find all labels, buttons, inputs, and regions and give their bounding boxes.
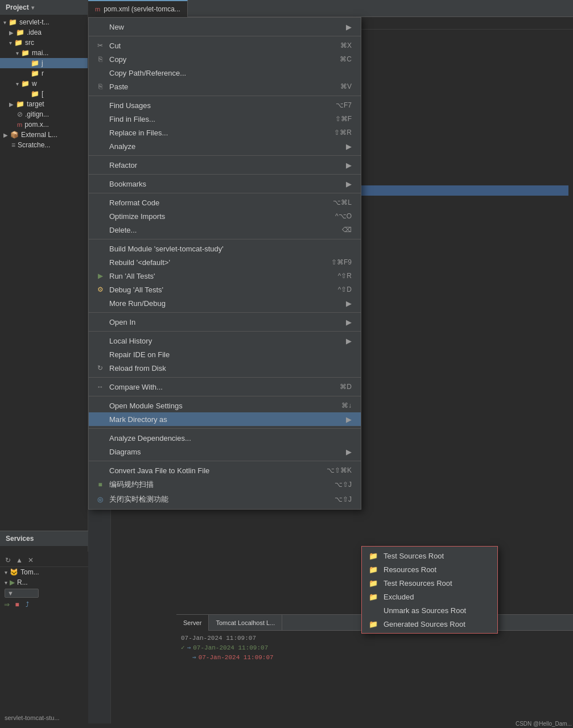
tom-icon: 🐱: [10, 568, 18, 576]
menu-item-convert-kotlin[interactable]: Convert Java File to Kotlin File ⌥⇧⌘K: [89, 464, 361, 477]
nav-button[interactable]: ⤴: [23, 600, 32, 609]
menu-item-label: 关闭实时检测功能: [109, 494, 330, 504]
tree-item-w[interactable]: ▾ 📁 w: [0, 78, 88, 89]
menu-shortcut: ⌥⇧J: [335, 481, 352, 489]
tree-item-r[interactable]: 📁 r: [0, 68, 88, 78]
services-item-tom[interactable]: ▾ 🐱 Tom...: [0, 567, 88, 577]
log-text: 07-Jan-2024 11:09:07: [193, 644, 268, 651]
menu-item-label: Open Module Settings: [109, 402, 337, 410]
tree-item-gitignore[interactable]: ⊘ .gitign...: [0, 109, 88, 119]
menu-item-paste[interactable]: ⎘ Paste ⌘V: [89, 80, 361, 93]
menu-item-analyze-deps[interactable]: Analyze Dependencies...: [89, 431, 361, 445]
menu-item-open-module-settings[interactable]: Open Module Settings ⌘↓: [89, 399, 361, 412]
submenu-item-unmark[interactable]: Unmark as Sources Root: [362, 603, 497, 617]
submenu-arrow-icon: ▶: [346, 318, 352, 326]
tree-item-label: [: [42, 90, 43, 98]
submenu-item-resources[interactable]: 📁 Resources Root: [362, 562, 497, 576]
menu-item-label: Delete...: [109, 226, 337, 234]
close-button[interactable]: ✕: [26, 556, 35, 565]
tree-item-target[interactable]: ▶ 📁 target: [0, 99, 88, 109]
project-panel: Project ▾ ▾ 📁 servlet-t... ▶ 📁 .idea ▾ 📁…: [0, 0, 88, 728]
tree-item-pom[interactable]: m pom.x...: [0, 119, 88, 130]
tree-item-scratches[interactable]: ≡ Scratche...: [0, 140, 88, 150]
menu-shortcut: ⌘D: [340, 383, 352, 391]
log-text: 07-Jan-2024 11:09:07: [199, 654, 274, 661]
submenu-mark-directory: 📁 Test Sources Root 📁 Resources Root 📁 T…: [361, 546, 498, 634]
server-tab-server[interactable]: Server: [176, 615, 209, 631]
submenu-item-test-src[interactable]: 📁 Test Sources Root: [362, 549, 497, 562]
menu-item-new[interactable]: New ▶: [89, 20, 361, 34]
context-menu: New ▶ ✂ Cut ⌘X ⎘ Copy ⌘C Copy Path/Refer…: [88, 17, 361, 510]
tree-item-label: target: [27, 100, 44, 108]
stop-button[interactable]: ■: [13, 600, 22, 609]
editor-tab-pom[interactable]: m pom.xml (servlet-tomca...: [88, 0, 188, 17]
menu-item-reformat[interactable]: Reformat Code ⌥⌘L: [89, 196, 361, 209]
menu-item-build-module[interactable]: Build Module 'servlet-tomcat-study': [89, 242, 361, 255]
menu-item-open-in[interactable]: Open In ▶: [89, 315, 361, 329]
menu-item-analyze[interactable]: Analyze ▶: [89, 139, 361, 153]
submenu-arrow-icon: ▶: [346, 415, 352, 424]
menu-item-local-history[interactable]: Local History ▶: [89, 334, 361, 348]
folder-icon: 📁: [21, 49, 30, 57]
menu-shortcut: ⌥F7: [336, 101, 352, 109]
menu-item-label: Build Module 'servlet-tomcat-study': [109, 245, 352, 253]
submenu-item-gen-src[interactable]: 📁 Generated Sources Root: [362, 617, 497, 631]
menu-item-label: Analyze: [109, 142, 341, 151]
menu-item-label: Paste: [109, 82, 336, 91]
menu-item-optimize-imports[interactable]: Optimize Imports ^⌥O: [89, 209, 361, 223]
menu-item-compare-with[interactable]: ↔ Compare With... ⌘D: [89, 380, 361, 394]
menu-item-more-run-debug[interactable]: More Run/Debug ▶: [89, 296, 361, 310]
menu-separator: [89, 36, 361, 36]
menu-item-repair-ide[interactable]: Repair IDE on File: [89, 348, 361, 361]
menu-item-label: Find Usages: [109, 101, 331, 110]
submenu-item-excluded[interactable]: 📁 Excluded: [362, 590, 497, 603]
refresh-button[interactable]: ↻: [3, 556, 13, 565]
menu-item-run-all-tests[interactable]: ▶ Run 'All Tests' ^⇧R: [89, 269, 361, 283]
menu-item-rebuild[interactable]: Rebuild '<default>' ⇧⌘F9: [89, 255, 361, 269]
menu-item-delete[interactable]: Delete... ⌫: [89, 223, 361, 237]
compare-icon: ↔: [96, 383, 105, 391]
deploy-button[interactable]: ⇒: [2, 600, 11, 609]
menu-item-close-realtime[interactable]: ◎ 关闭实时检测功能 ⌥⇧J: [89, 492, 361, 507]
menu-item-debug-all-tests[interactable]: ⚙ Debug 'All Tests' ^⇧D: [89, 283, 361, 296]
chevron-down-icon: ▾: [5, 580, 7, 586]
menu-item-label: Find in Files...: [109, 115, 331, 123]
menu-item-find-files[interactable]: Find in Files... ⇧⌘F: [89, 112, 361, 126]
menu-item-diagrams[interactable]: Diagrams ▶: [89, 445, 361, 458]
tree-item-idea[interactable]: ▶ 📁 .idea: [0, 27, 88, 38]
menu-item-copy[interactable]: ⎘ Copy ⌘C: [89, 52, 361, 66]
menu-shortcut: ⌫: [342, 226, 352, 234]
menu-separator: [89, 239, 361, 239]
folder-icon: 📁: [14, 39, 23, 47]
tree-item-bracket[interactable]: 📁 [: [0, 89, 88, 99]
project-header[interactable]: Project ▾: [0, 0, 88, 15]
menu-item-code-scan[interactable]: ■ 编码规约扫描 ⌥⇧J: [89, 477, 361, 492]
menu-item-refactor[interactable]: Refactor ▶: [89, 158, 361, 172]
menu-item-replace-files[interactable]: Replace in Files... ⇧⌘R: [89, 126, 361, 139]
menu-separator: [89, 96, 361, 96]
tree-item-label: j: [42, 59, 43, 67]
log-line-1: 07-Jan-2024 11:09:07: [181, 633, 573, 643]
tree-item-external[interactable]: ▶ 📦 External L...: [0, 130, 88, 140]
server-tab-tomcat[interactable]: Tomcat Localhost L...: [209, 615, 282, 631]
up-button[interactable]: ▲: [15, 556, 24, 565]
menu-item-reload-disk[interactable]: ↻ Reload from Disk: [89, 361, 361, 375]
tree-item-j[interactable]: 📁 j: [0, 58, 88, 68]
tree-item-main[interactable]: ▾ 📁 mai...: [0, 48, 88, 58]
chevron-down-icon: ▾: [3, 19, 6, 26]
menu-item-find-usages[interactable]: Find Usages ⌥F7: [89, 98, 361, 112]
tree-item-servlet[interactable]: ▾ 📁 servlet-t...: [0, 17, 88, 27]
dropdown-control[interactable]: ▼: [5, 589, 39, 598]
services-item-r[interactable]: ▾ ▶ R...: [0, 577, 88, 588]
tree-item-src[interactable]: ▾ 📁 src: [0, 38, 88, 48]
tree-item-label: servlet-t...: [19, 18, 50, 26]
file-icon: ⊘: [17, 110, 23, 118]
folder-icon: 📁: [31, 69, 39, 77]
menu-item-bookmarks[interactable]: Bookmarks ▶: [89, 177, 361, 191]
log-line-2: ✓ ⇒ 07-Jan-2024 11:09:07: [181, 643, 573, 652]
submenu-item-test-resources[interactable]: 📁 Test Resources Root: [362, 576, 497, 590]
menu-item-copy-path[interactable]: Copy Path/Reference...: [89, 66, 361, 80]
menu-item-mark-directory-as[interactable]: Mark Directory as ▶: [89, 412, 361, 426]
menu-item-cut[interactable]: ✂ Cut ⌘X: [89, 39, 361, 52]
menu-separator: [89, 193, 361, 193]
